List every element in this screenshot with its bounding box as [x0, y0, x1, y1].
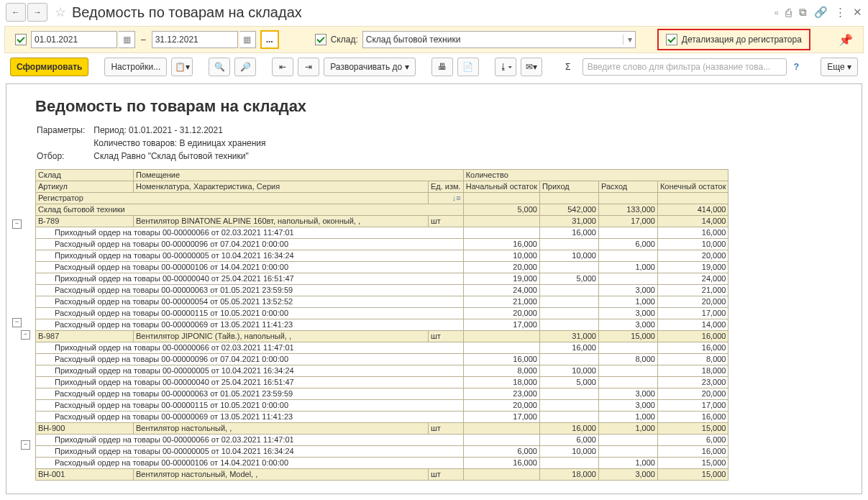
table-row[interactable]: Приходный ордер на товары 00-00000066 от…	[36, 435, 728, 446]
tree-toggle[interactable]: −	[12, 219, 22, 229]
find-next-button[interactable]: 🔎	[234, 58, 256, 76]
col-ed: Ед. изм.	[429, 181, 464, 193]
filter-input[interactable]: Введите слово для фильтра (название това…	[583, 58, 787, 76]
col-nachost: Начальный остаток	[463, 181, 539, 193]
report-table: Склад Помещение Количество Артикул Номен…	[35, 169, 728, 481]
table-row[interactable]: Расходный ордер на товары 00-00000054 от…	[36, 296, 728, 308]
tree-toggle[interactable]: −	[21, 440, 30, 450]
sort-indicator-icon[interactable]: ↓≡	[429, 193, 464, 204]
warehouse-label: Склад:	[331, 35, 358, 45]
table-row[interactable]: Расходный ордер на товары 00-00000069 от…	[36, 319, 728, 331]
forward-button[interactable]: →	[27, 3, 47, 22]
period-picker-button[interactable]: ...	[260, 30, 279, 49]
period-checkbox[interactable]	[15, 34, 27, 45]
col-konost: Конечный остаток	[657, 181, 728, 193]
table-row[interactable]: В-789Вентилятор BINATONE ALPINE 160вт, н…	[36, 216, 728, 227]
table-row[interactable]: Расходный ордер на товары 00-00000063 от…	[36, 285, 728, 296]
toolbar: Сформировать Настройки... 📋▾ 🔍 🔎 ⇤ ⇥ Раз…	[0, 55, 868, 79]
print-button[interactable]: 🖶	[431, 58, 453, 76]
print-preview-button[interactable]: 📄	[457, 58, 479, 76]
print-icon[interactable]: ⎙	[785, 6, 792, 19]
col-artikul: Артикул	[36, 181, 134, 193]
find-button[interactable]: 🔍	[209, 58, 230, 76]
page-title: Ведомость по товарам на складах	[72, 4, 302, 21]
table-row[interactable]: Приходный ордер на товары 00-00000005 от…	[36, 250, 728, 262]
titlebar: ← → ☆ Ведомость по товарам на складах ▫ …	[0, 0, 868, 24]
table-row[interactable]: Расходный ордер на товары 00-00000096 от…	[36, 354, 728, 365]
detail-to-registrator-box: Детализация до регистратора	[657, 29, 810, 50]
table-row[interactable]: Склад бытовой техники5,000542,000133,000…	[36, 204, 728, 216]
date-from-calendar-button[interactable]: ▦	[119, 31, 135, 48]
col-rashod: Расход	[598, 181, 657, 193]
warehouse-combo[interactable]: Склад бытовой техники▾	[362, 31, 636, 48]
table-row[interactable]: Расходный ордер на товары 00-00000115 от…	[36, 400, 728, 412]
table-row[interactable]: Приходный ордер на товары 00-00000040 от…	[36, 377, 728, 388]
table-row[interactable]: Расходный ордер на товары 00-00000115 от…	[36, 308, 728, 319]
expand-button[interactable]: ⇥	[298, 58, 319, 76]
table-row[interactable]: Приходный ордер на товары 00-00000005 от…	[36, 446, 728, 458]
preview-icon[interactable]: ⧉	[799, 6, 807, 19]
col-registrator: Регистратор	[36, 193, 429, 204]
report-title: Ведомость по товарам на складах	[35, 97, 833, 116]
tree-toggle[interactable]: −	[21, 330, 30, 340]
col-sklad: Склад	[36, 170, 134, 181]
table-row[interactable]: Приходный ордер на товары 00-00000005 от…	[36, 365, 728, 377]
table-row[interactable]: Расходный ордер на товары 00-00000063 от…	[36, 388, 728, 400]
detail-label: Детализация до регистратора	[682, 35, 802, 45]
back-button[interactable]: ←	[6, 3, 26, 22]
table-row[interactable]: ВН-001Вентилятор настольный, Model, ,шт1…	[36, 469, 728, 481]
table-row[interactable]: Приходный ордер на товары 00-00000066 от…	[36, 227, 728, 239]
chevron-down-icon: ▾	[623, 35, 632, 45]
settings-variants-button[interactable]: 📋▾	[171, 58, 193, 76]
date-from-input[interactable]: 01.01.2021	[31, 31, 117, 48]
generate-button[interactable]: Сформировать	[10, 58, 88, 76]
send-button[interactable]: ✉▾	[521, 58, 542, 76]
table-row[interactable]: Расходный ордер на товары 00-00000096 от…	[36, 239, 728, 250]
pin-icon[interactable]: 📌	[839, 33, 853, 47]
col-prihod: Приход	[539, 181, 598, 193]
col-nomen: Номенклатура, Характеристика, Серия	[134, 181, 429, 193]
table-row[interactable]: В-987Вентилятор JIPONIC (Тайв.), напольн…	[36, 331, 728, 342]
date-to-input[interactable]: 31.12.2021	[152, 31, 238, 48]
warehouse-checkbox[interactable]	[315, 34, 326, 45]
table-row[interactable]: Расходный ордер на товары 00-00000069 от…	[36, 412, 728, 423]
kebab-icon[interactable]: ⋮	[835, 6, 846, 19]
unfold-button[interactable]: Разворачивать до ▾	[324, 58, 415, 76]
table-row[interactable]: ВН-900Вентилятор настольный, ,шт16,0001,…	[36, 423, 728, 435]
table-row[interactable]: Приходный ордер на товары 00-00000066 от…	[36, 342, 728, 354]
favorite-icon[interactable]: ☆	[55, 4, 66, 20]
tree-toggle[interactable]: −	[12, 318, 22, 327]
more-button[interactable]: Еще ▾	[821, 58, 858, 76]
save-button[interactable]: ⭳▾	[495, 58, 516, 76]
help-icon[interactable]: ?	[794, 62, 799, 72]
date-to-calendar-button[interactable]: ▦	[239, 31, 256, 48]
report-params: Параметры:Период: 01.01.2021 - 31.12.202…	[35, 123, 275, 163]
table-row[interactable]: Приходный ордер на товары 00-00000040 от…	[36, 273, 728, 285]
table-row[interactable]: Расходный ордер на товары 00-00000106 от…	[36, 458, 728, 469]
save-icon[interactable]: ▫	[775, 6, 778, 19]
collapse-button[interactable]: ⇤	[272, 58, 293, 76]
close-icon[interactable]: ✕	[853, 6, 862, 19]
detail-checkbox[interactable]	[666, 34, 677, 45]
settings-button[interactable]: Настройки...	[104, 58, 167, 76]
parameter-bar: 01.01.2021 ▦ – 31.12.2021 ▦ ... Склад: С…	[4, 26, 864, 53]
table-row[interactable]: Расходный ордер на товары 00-00000106 от…	[36, 262, 728, 273]
col-kolvo: Количество	[463, 170, 728, 181]
link-icon[interactable]: 🔗	[814, 6, 828, 19]
col-pomesh: Помещение	[134, 170, 464, 181]
sum-icon[interactable]: Σ	[558, 58, 578, 76]
report-viewport[interactable]: − − − − − Ведомость по товарам на склада…	[6, 83, 862, 494]
